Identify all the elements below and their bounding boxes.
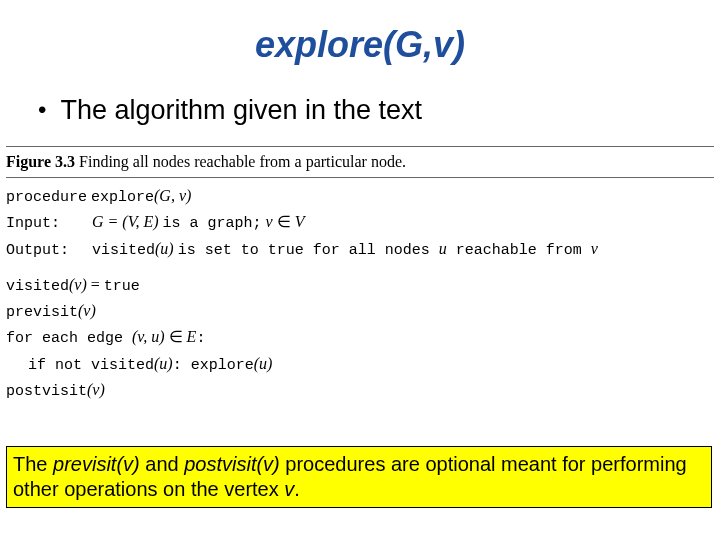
sym-v: v (266, 213, 273, 230)
kw-procedure: procedure (6, 189, 87, 206)
algo-line-2: previsit(v) (6, 299, 714, 324)
algo-output-line: Output: visited(u) is set to true for al… (6, 237, 714, 262)
comma: , (171, 187, 179, 204)
paren: ) (153, 213, 158, 230)
sym-in: ∈ (273, 213, 295, 230)
bullet-item: • The algorithm given in the text (0, 94, 720, 126)
algo-line-5: postvisit(v) (6, 378, 714, 403)
arg-g: G (159, 187, 171, 204)
algo-procedure-line: procedure explore(G, v) (6, 184, 714, 209)
fn-explore: explore (182, 357, 254, 374)
note-v: v (284, 478, 294, 500)
figure-label: Figure 3.3 (6, 153, 75, 170)
algo-line-3: for each edge (v, u) ∈ E: (6, 325, 714, 350)
sym-e-set: E (143, 213, 153, 230)
algo-line-1: visited(v) = true (6, 273, 714, 298)
arg-v: (v) (69, 276, 87, 293)
paren: ) (186, 187, 191, 204)
figure-caption-text: Finding all nodes reachable from a parti… (79, 153, 406, 170)
fn-postvisit: postvisit (6, 383, 87, 400)
txt-isagraph: is a graph; (163, 215, 262, 232)
arg-u: (u) (154, 355, 173, 372)
sym-v-set2: V (295, 213, 305, 230)
sym-g: G (92, 213, 104, 230)
note-text: . (294, 478, 300, 500)
proc-name: explore (91, 189, 154, 206)
kw-true: true (104, 278, 140, 295)
fn-visited: visited (92, 242, 155, 259)
lbl-input: Input: (6, 212, 88, 235)
figure-block: Figure 3.3 Finding all nodes reachable f… (0, 146, 720, 403)
fn-previsit: previsit (6, 304, 78, 321)
blank-line (6, 263, 714, 273)
arg-u: (u) (155, 240, 174, 257)
arg-v: v (179, 187, 186, 204)
fn-visited: visited (6, 278, 69, 295)
slide: explore(G,v) • The algorithm given in th… (0, 24, 720, 540)
sym-e-set: E (187, 328, 197, 345)
note-text: The (13, 453, 53, 475)
arg-v: (v) (87, 381, 105, 398)
kw-for: for each edge (6, 330, 132, 347)
algorithm: procedure explore(G, v) Input: G = (V, E… (0, 180, 720, 403)
note-text: and (140, 453, 184, 475)
eq-open: = ( (104, 213, 128, 230)
slide-title: explore(G,v) (0, 24, 720, 66)
eq-sign: = (87, 276, 104, 293)
colon: : (196, 330, 205, 347)
note-postvisit: postvisit(v) (184, 453, 280, 475)
highlight-note: The previsit(v) and postvisit(v) procedu… (6, 446, 712, 508)
sym-v2: v (591, 240, 598, 257)
algo-line-4: if not visited(u): explore(u) (6, 352, 714, 377)
note-previsit: previsit(v) (53, 453, 140, 475)
bullet-dot-icon: • (38, 94, 46, 126)
lbl-output: Output: (6, 239, 88, 262)
sym-u: u (439, 240, 447, 257)
figure-rule-top (6, 146, 714, 147)
colon: : (173, 357, 182, 374)
figure-rule-mid (6, 177, 714, 178)
figure-caption: Figure 3.3 Finding all nodes reachable f… (0, 149, 720, 175)
arg-u2: (u) (254, 355, 273, 372)
sym-in: ∈ (165, 328, 187, 345)
kw-ifnot: if not (28, 357, 91, 374)
txt-settrue: is set to true for all nodes (178, 242, 439, 259)
txt-reachable: reachable from (447, 242, 591, 259)
fn-visited: visited (91, 357, 154, 374)
arg-v: (v) (78, 302, 96, 319)
algo-input-line: Input: G = (V, E) is a graph; v ∈ V (6, 210, 714, 235)
bullet-text: The algorithm given in the text (60, 94, 422, 126)
